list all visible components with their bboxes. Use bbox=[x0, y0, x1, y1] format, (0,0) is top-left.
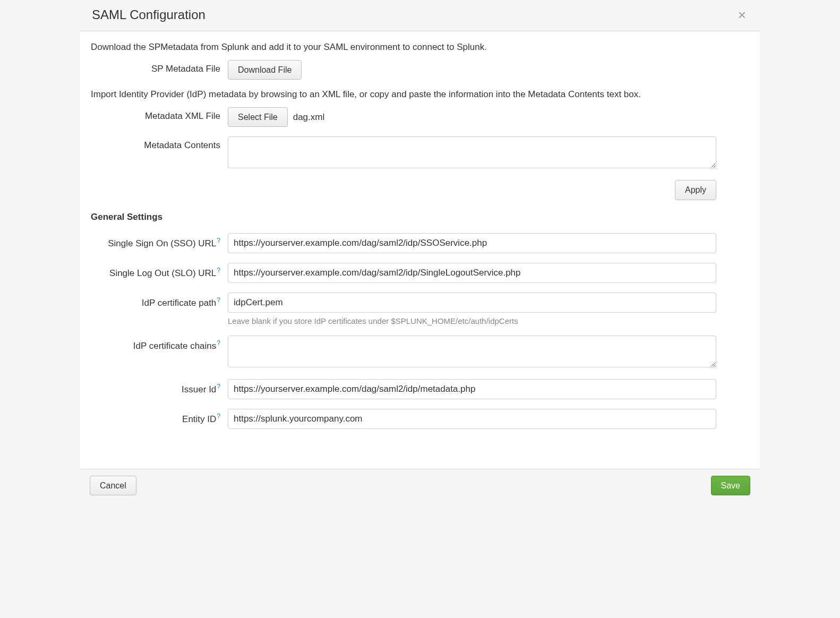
idp-cert-path-hint: Leave blank if you store IdP certificate… bbox=[228, 316, 716, 327]
issuer-id-row: Issuer Id? bbox=[91, 379, 749, 399]
help-icon[interactable]: ? bbox=[217, 237, 220, 244]
idp-cert-chains-label-text: IdP certificate chains bbox=[133, 341, 217, 351]
download-intro-text: Download the SPMetadata from Splunk and … bbox=[91, 42, 749, 53]
entity-id-label: Entity ID? bbox=[91, 409, 228, 425]
save-button[interactable]: Save bbox=[711, 476, 750, 495]
idp-cert-chains-textarea[interactable] bbox=[228, 336, 716, 367]
general-settings-heading: General Settings bbox=[91, 212, 749, 222]
slo-url-label-text: Single Log Out (SLO) URL bbox=[109, 268, 216, 278]
entity-id-input[interactable] bbox=[228, 409, 716, 429]
apply-row: Apply bbox=[91, 180, 716, 200]
modal-footer: Cancel Save bbox=[80, 469, 760, 502]
modal-header: SAML Configuration × bbox=[80, 0, 760, 31]
sp-metadata-row: SP Metadata File Download File bbox=[91, 60, 749, 80]
idp-cert-path-label-text: IdP certificate path bbox=[142, 297, 217, 307]
download-file-button[interactable]: Download File bbox=[228, 60, 302, 80]
apply-button[interactable]: Apply bbox=[675, 180, 716, 200]
select-file-button[interactable]: Select File bbox=[228, 107, 288, 127]
idp-cert-path-label: IdP certificate path? bbox=[91, 293, 228, 308]
cancel-button[interactable]: Cancel bbox=[90, 476, 136, 495]
metadata-contents-row: Metadata Contents bbox=[91, 136, 749, 170]
selected-file-name: dag.xml bbox=[290, 112, 325, 123]
help-icon[interactable]: ? bbox=[217, 339, 220, 347]
slo-url-label: Single Log Out (SLO) URL? bbox=[91, 263, 228, 279]
idp-cert-chains-label: IdP certificate chains? bbox=[91, 336, 228, 351]
idp-cert-path-row: IdP certificate path? Leave blank if you… bbox=[91, 293, 749, 327]
help-icon[interactable]: ? bbox=[217, 267, 220, 274]
help-icon[interactable]: ? bbox=[217, 296, 220, 304]
metadata-contents-label: Metadata Contents bbox=[91, 136, 228, 151]
saml-config-modal: SAML Configuration × Download the SPMeta… bbox=[80, 0, 760, 502]
close-icon[interactable]: × bbox=[736, 8, 748, 22]
help-icon[interactable]: ? bbox=[217, 413, 220, 420]
sso-url-input[interactable] bbox=[228, 233, 716, 253]
issuer-id-input[interactable] bbox=[228, 379, 716, 399]
help-icon[interactable]: ? bbox=[217, 383, 220, 390]
slo-url-input[interactable] bbox=[228, 263, 716, 283]
import-intro-text: Import Identity Provider (IdP) metadata … bbox=[91, 89, 749, 100]
entity-id-label-text: Entity ID bbox=[182, 414, 216, 424]
sso-url-label-text: Single Sign On (SSO) URL bbox=[108, 238, 216, 248]
idp-cert-path-input[interactable] bbox=[228, 293, 716, 313]
metadata-xml-label: Metadata XML File bbox=[91, 107, 228, 122]
sp-metadata-label: SP Metadata File bbox=[91, 60, 228, 74]
modal-title: SAML Configuration bbox=[92, 7, 205, 22]
modal-body[interactable]: Download the SPMetadata from Splunk and … bbox=[80, 31, 760, 469]
issuer-id-label: Issuer Id? bbox=[91, 379, 228, 395]
entity-id-row: Entity ID? bbox=[91, 409, 749, 429]
sso-url-label: Single Sign On (SSO) URL? bbox=[91, 233, 228, 249]
sso-url-row: Single Sign On (SSO) URL? bbox=[91, 233, 749, 253]
metadata-xml-row: Metadata XML File Select File dag.xml bbox=[91, 107, 749, 127]
issuer-id-label-text: Issuer Id bbox=[182, 384, 216, 394]
metadata-contents-textarea[interactable] bbox=[228, 136, 716, 168]
idp-cert-chains-row: IdP certificate chains? bbox=[91, 336, 749, 370]
slo-url-row: Single Log Out (SLO) URL? bbox=[91, 263, 749, 283]
